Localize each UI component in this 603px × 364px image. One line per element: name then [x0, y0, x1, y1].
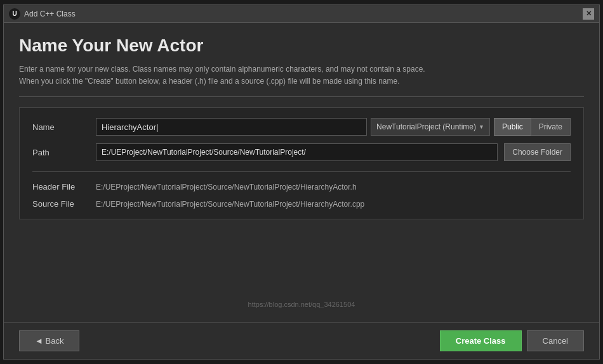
name-label: Name — [32, 122, 89, 132]
dialog-content: Name Your New Actor Enter a name for you… — [4, 23, 599, 322]
source-file-row: Source File E:/UEProject/NewTutorialProj… — [32, 199, 571, 209]
source-file-path: E:/UEProject/NewTutorialProject/Source/N… — [96, 200, 364, 209]
name-input-group: NewTutorialProject (Runtime) ▼ Public Pr… — [96, 118, 571, 136]
access-buttons: Public Private — [494, 118, 571, 136]
heading-area: Name Your New Actor Enter a name for you… — [19, 36, 584, 97]
module-dropdown[interactable]: NewTutorialProject (Runtime) ▼ — [371, 118, 490, 136]
header-file-row: Header File E:/UEProject/NewTutorialProj… — [32, 182, 571, 192]
choose-folder-button[interactable]: Choose Folder — [504, 143, 571, 161]
module-label: NewTutorialProject (Runtime) — [376, 122, 476, 131]
watermark: https://blog.csdn.net/qq_34261504 — [19, 301, 584, 308]
description-line1: Enter a name for your new class. Class n… — [19, 63, 584, 75]
header-file-label: Header File — [32, 182, 89, 192]
cancel-button[interactable]: Cancel — [527, 330, 584, 351]
page-title: Name Your New Actor — [19, 36, 584, 56]
description-line2: When you click the "Create" button below… — [19, 75, 584, 88]
private-button[interactable]: Private — [531, 118, 571, 136]
main-window: U Add C++ Class ✕ Name Your New Actor En… — [3, 4, 600, 360]
window-title: Add C++ Class — [24, 10, 76, 18]
source-file-label: Source File — [32, 199, 89, 209]
separator — [32, 171, 571, 172]
ue-logo: U — [9, 8, 20, 20]
name-input[interactable] — [96, 118, 367, 136]
back-button[interactable]: ◄ Back — [19, 330, 79, 351]
title-bar-left: U Add C++ Class — [9, 8, 76, 20]
form-area: Name NewTutorialProject (Runtime) ▼ Publ… — [19, 107, 584, 219]
close-button[interactable]: ✕ — [583, 8, 594, 20]
dropdown-arrow-icon: ▼ — [479, 124, 484, 130]
path-label: Path — [32, 148, 89, 157]
public-button[interactable]: Public — [494, 118, 531, 136]
right-buttons: Create Class Cancel — [440, 330, 584, 351]
header-file-path: E:/UEProject/NewTutorialProject/Source/N… — [96, 183, 357, 192]
description: Enter a name for your new class. Class n… — [19, 63, 584, 88]
path-input[interactable] — [96, 143, 498, 161]
bottom-bar: ◄ Back Create Class Cancel — [4, 322, 599, 359]
path-row: Path Choose Folder — [32, 143, 571, 161]
watermark-url: https://blog.csdn.net/qq_34261504 — [248, 301, 355, 308]
title-bar: U Add C++ Class ✕ — [4, 5, 599, 23]
create-class-button[interactable]: Create Class — [440, 330, 522, 351]
name-row: Name NewTutorialProject (Runtime) ▼ Publ… — [32, 118, 571, 136]
